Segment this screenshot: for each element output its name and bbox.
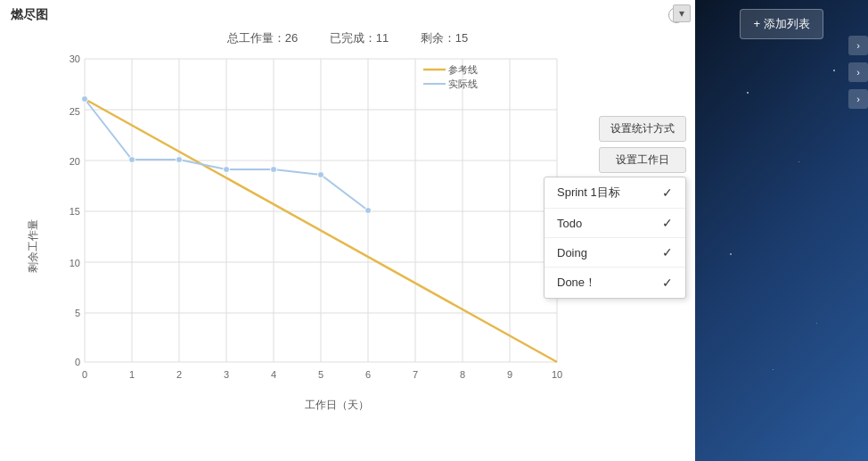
remaining-work: 剩余：15: [421, 31, 468, 45]
side-icon-3[interactable]: ›: [848, 89, 868, 109]
svg-text:5: 5: [318, 369, 323, 380]
dropdown-item-label: Todo: [557, 217, 582, 230]
total-work: 总工作量：26: [227, 31, 298, 45]
dropdown-item-label: Done！: [557, 275, 596, 291]
check-icon: ✓: [662, 276, 673, 290]
side-icon-2[interactable]: ›: [848, 62, 868, 82]
right-panel: + 添加列表 › › ›: [695, 0, 868, 461]
svg-text:6: 6: [365, 369, 371, 380]
chevron-down-icon: ▾: [679, 7, 684, 20]
check-icon: ✓: [662, 216, 673, 230]
svg-text:4: 4: [271, 369, 276, 380]
collapse-button[interactable]: ▾: [673, 4, 691, 22]
add-list-button[interactable]: + 添加列表: [740, 9, 823, 39]
svg-text:1: 1: [129, 369, 135, 380]
set-stat-method-button[interactable]: 设置统计方式: [599, 116, 686, 142]
svg-point-42: [318, 172, 324, 178]
dropdown-item-label: Sprint 1目标: [557, 185, 620, 201]
svg-text:0: 0: [75, 357, 80, 367]
x-axis-label: 工作日（天）: [85, 398, 588, 416]
svg-text:30: 30: [70, 54, 80, 64]
svg-text:10: 10: [552, 369, 562, 380]
stars-background: [695, 0, 868, 461]
svg-point-39: [176, 157, 183, 163]
svg-point-38: [129, 157, 135, 163]
svg-text:0: 0: [82, 369, 87, 380]
chart-stats: 总工作量：26 已完成：11 剩余：15: [0, 27, 695, 50]
y-axis-label: 剩余工作量: [26, 219, 41, 273]
burndown-chart: 0 5 10 15 20 25 30 0 1 2 3 4 5 6 7 8 9 1…: [49, 50, 588, 398]
stat-range-dropdown: Sprint 1目标 ✓ Todo ✓ Doing ✓ Done！ ✓: [544, 177, 686, 299]
svg-point-37: [82, 96, 88, 103]
check-icon: ✓: [662, 185, 673, 200]
svg-text:10: 10: [70, 258, 80, 268]
svg-text:7: 7: [413, 369, 418, 380]
dropdown-item-sprint1[interactable]: Sprint 1目标 ✓: [545, 177, 685, 209]
svg-text:15: 15: [70, 206, 80, 217]
svg-text:3: 3: [224, 369, 229, 380]
svg-text:25: 25: [70, 106, 80, 117]
chart-title: 燃尽图: [11, 7, 48, 23]
svg-point-41: [271, 167, 277, 173]
svg-point-40: [224, 167, 230, 173]
svg-point-43: [365, 208, 372, 214]
svg-text:9: 9: [507, 369, 512, 380]
dropdown-item-todo[interactable]: Todo ✓: [545, 209, 685, 238]
done-work: 已完成：11: [330, 31, 389, 45]
svg-text:8: 8: [460, 369, 465, 380]
svg-text:实际线: 实际线: [448, 78, 478, 89]
svg-text:20: 20: [70, 156, 80, 167]
dropdown-item-done[interactable]: Done！ ✓: [545, 268, 685, 298]
side-icon-1[interactable]: ›: [848, 36, 868, 55]
dropdown-item-doing[interactable]: Doing ✓: [545, 238, 685, 268]
dropdown-item-label: Doing: [557, 246, 587, 259]
svg-text:参考线: 参考线: [448, 64, 478, 75]
set-workday-button[interactable]: 设置工作日: [599, 147, 686, 173]
check-icon: ✓: [662, 245, 673, 259]
chart-header: 燃尽图 ?: [0, 0, 695, 27]
svg-text:5: 5: [75, 308, 80, 318]
side-icons: › › ›: [848, 36, 868, 109]
svg-text:2: 2: [176, 369, 182, 380]
